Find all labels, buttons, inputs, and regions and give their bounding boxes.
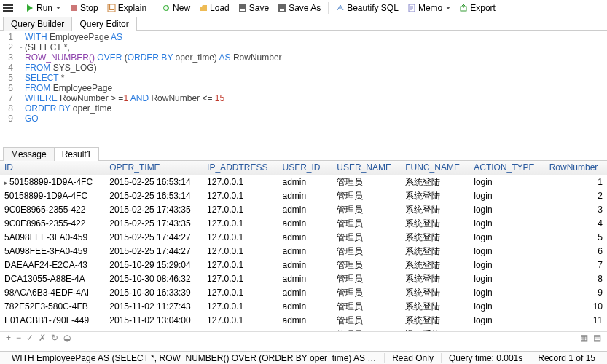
col-header[interactable]: USER_ID — [278, 161, 333, 175]
tab-result1[interactable]: Result1 — [54, 147, 100, 161]
result-grid[interactable]: IDOPER_TIMEIP_ADDTRESSUSER_IDUSER_NAMEFU… — [0, 161, 607, 331]
result-table: IDOPER_TIMEIP_ADDTRESSUSER_IDUSER_NAMEFU… — [0, 161, 607, 331]
table-row[interactable]: 9C0E8965-2355-4222015-02-25 17:43:35127.… — [0, 217, 607, 231]
table-row[interactable]: 5A098FEE-3FA0-4592015-02-25 17:44:27127.… — [0, 245, 607, 258]
separator — [154, 2, 154, 14]
nav-check-icon[interactable]: ✓ — [25, 333, 35, 343]
tab-query-editor[interactable]: Query Editor — [71, 17, 136, 31]
grid-view-icon[interactable]: ▦ — [579, 333, 590, 343]
new-button[interactable]: New — [158, 1, 194, 15]
new-label: New — [173, 3, 190, 13]
stop-button[interactable]: Stop — [66, 1, 102, 15]
separator — [328, 2, 329, 14]
table-row[interactable]: 9C0E8965-2355-4222015-02-25 17:43:35127.… — [0, 203, 607, 217]
save-label: Save — [249, 3, 269, 13]
table-row[interactable]: E01ACBB1-790F-4492015-11-02 13:04:00127.… — [0, 314, 607, 328]
explain-button[interactable]: EExplain — [103, 1, 150, 15]
load-label: Load — [210, 3, 230, 13]
status-sql-preview: WITH EmployeePage AS (SELECT *, ROW_NUMB… — [4, 353, 384, 363]
nav-refresh-icon[interactable]: ↻ — [50, 333, 60, 343]
run-button[interactable]: Run — [22, 1, 64, 15]
dropdown-icon — [446, 7, 450, 9]
save-button[interactable]: Save — [235, 1, 273, 15]
tab-message[interactable]: Message — [3, 147, 55, 161]
explain-label: Explain — [118, 3, 146, 13]
nav-add-icon[interactable]: + — [4, 333, 12, 343]
svg-rect-7 — [280, 9, 284, 11]
beautify-label: Beautify SQL — [347, 3, 399, 13]
table-row[interactable]: 5A098FEE-3FA0-4592015-02-25 17:44:27127.… — [0, 231, 607, 245]
result-tabs: Message Result1 — [0, 146, 607, 161]
export-button[interactable]: Export — [455, 1, 499, 15]
form-view-icon[interactable]: ▤ — [592, 333, 603, 343]
nav-filter-icon[interactable]: ◒ — [62, 333, 72, 343]
col-header[interactable]: ID — [0, 161, 105, 175]
memo-button[interactable]: Memo — [404, 1, 454, 15]
export-label: Export — [470, 3, 496, 13]
status-readonly: Read Only — [384, 353, 441, 363]
tab-query-builder[interactable]: Query Builder — [3, 17, 72, 31]
editor-tabs: Query Builder Query Editor — [0, 16, 607, 31]
beautify-button[interactable]: Beautify SQL — [332, 1, 402, 15]
status-query-time: Query time: 0.001s — [441, 353, 530, 363]
table-row[interactable]: 98ACA6B3-4EDF-4AI2015-10-30 16:33:39127.… — [0, 286, 607, 300]
sql-editor[interactable]: 1WITH EmployeePage AS2-(SELECT *,3ROW_NU… — [0, 31, 607, 146]
save-as-label: Save As — [289, 3, 321, 13]
status-record: Record 1 of 15 — [530, 353, 603, 363]
svg-text:E: E — [109, 4, 114, 12]
nav-delete-icon[interactable]: − — [15, 333, 23, 343]
load-button[interactable]: Load — [195, 1, 233, 15]
table-row[interactable]: DCA13055-A88E-4A2015-10-30 08:46:32127.0… — [0, 272, 607, 286]
main-toolbar: Run Stop EExplain New Load Save Save As … — [0, 0, 607, 16]
table-row[interactable]: 782E52E3-580C-4FB2015-11-02 11:27:43127.… — [0, 300, 607, 314]
table-row[interactable]: 50158899-1D9A-4FC2015-02-25 16:53:14127.… — [0, 175, 607, 189]
col-header[interactable]: ACTION_TYPE — [469, 161, 544, 175]
col-header[interactable]: OPER_TIME — [105, 161, 203, 175]
memo-label: Memo — [418, 3, 442, 13]
col-header[interactable]: USER_NAME — [332, 161, 401, 175]
nav-cancel-icon[interactable]: ✗ — [37, 333, 47, 343]
run-label: Run — [36, 3, 52, 13]
stop-label: Stop — [80, 3, 98, 13]
save-as-button[interactable]: Save As — [274, 1, 324, 15]
col-header[interactable]: IP_ADDTRESS — [203, 161, 278, 175]
table-row[interactable]: DAEAAF24-E2CA-432015-10-29 15:29:04127.0… — [0, 258, 607, 272]
hamburger-menu-icon[interactable] — [3, 1, 16, 15]
table-row[interactable]: 50158899-1D9A-4FC2015-02-25 16:53:14127.… — [0, 189, 607, 203]
col-header[interactable]: FUNC_NAME — [401, 161, 469, 175]
record-navigator: + − ✓ ✗ ↻ ◒ ▦ ▤ — [0, 331, 607, 343]
dropdown-icon — [56, 7, 60, 9]
svg-rect-5 — [240, 9, 245, 11]
col-header[interactable]: RowNumber — [545, 161, 607, 175]
status-bar: WITH EmployeePage AS (SELECT *, ROW_NUMB… — [0, 351, 607, 364]
svg-rect-0 — [71, 5, 77, 11]
